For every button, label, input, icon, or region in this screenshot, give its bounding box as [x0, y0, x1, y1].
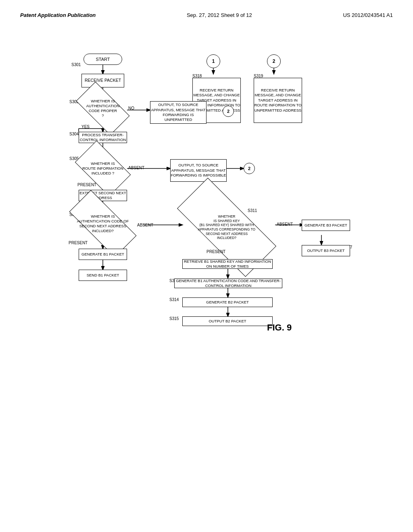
s302-no-label: NO: [128, 106, 134, 110]
s305-absent-label: ABSENT: [128, 166, 144, 170]
s311-diamond: WHETHERIS SHARED KEY(B1 SHARED KEY) SHAR…: [178, 206, 275, 249]
s314-label: S314: [169, 297, 179, 302]
s313-box: GENERATE B1 AUTHENTICATION CODE AND TRAN…: [174, 278, 282, 288]
s301-label: S301: [71, 62, 81, 67]
s315-label-text: S315: [169, 316, 179, 321]
start-node: START: [83, 54, 122, 65]
s314-box: GENERATE B2 PACKET: [182, 297, 273, 307]
s308-diamond: WHETHER ISAUTHENTICATION CODE OFSECOND N…: [71, 208, 135, 239]
s317-box: OUTPUT B3 PACKET: [302, 245, 350, 256]
header: Patent Application Publication Sep. 27, …: [20, 12, 393, 18]
s310-box: SEND B1 PACKET: [79, 270, 127, 281]
s305-diamond: WHETHER ISROUTE INFORMATIONINCLUDED ?: [79, 153, 127, 184]
s303-box: OUTPUT, TO SOURCE APPARATUS, MESSAGE THA…: [150, 101, 206, 124]
s311-absent-label: ABSENT: [277, 222, 293, 227]
header-publication: Patent Application Publication: [20, 12, 96, 18]
s316-box: GENERATE B3 PACKET: [302, 220, 350, 231]
s308-absent-label: ABSENT: [137, 223, 153, 227]
header-patent-number: US 2012/0243541 A1: [343, 12, 393, 18]
receive-packet-box: RECEIVE PACKET: [81, 74, 124, 87]
s315-box: OUTPUT B2 PACKET: [182, 316, 273, 326]
s305-present-label: PRESENT: [77, 183, 96, 187]
s308-present-label: PRESENT: [69, 241, 88, 245]
s315-label: S315: [169, 316, 179, 321]
s314-label-text: S314: [169, 297, 179, 302]
s302-diamond: WHETHER ISAUTHENTICATIONCODE PROPER?: [79, 95, 127, 122]
s311-present-label: PRESENT: [206, 249, 225, 254]
circle-2-right-s303: 2: [223, 106, 234, 117]
circle-2-right-s306: 2: [244, 163, 255, 174]
header-date-sheet: Sep. 27, 2012 Sheet 9 of 12: [187, 12, 252, 18]
s304-label: S304: [69, 132, 79, 136]
page: Patent Application Publication Sep. 27, …: [0, 0, 413, 532]
s312-box: RETRIEVE B1 SHARED KEY AND INFORMATION O…: [182, 259, 273, 269]
s304-box: PROCESS TRANSFER- CONTROL INFORMATION: [79, 132, 127, 143]
s319-box: RECEIVE RETURN MESSAGE, AND CHANGE TARGE…: [254, 78, 302, 123]
figure-label: FIG. 9: [267, 322, 292, 333]
circle-2-connector-top: 2: [267, 54, 281, 68]
circle-1-connector: 1: [206, 54, 220, 68]
s302-yes-label: YES: [81, 125, 90, 129]
s306-box: OUTPUT, TO SOURCE APPARATUS, MESSAGE THA…: [170, 159, 227, 182]
diagram-area: 1 2 S318 RECEIVE RETURN MESSAGE, AND CHA…: [25, 22, 388, 506]
s309-box: GENERATE B1 PACKET: [79, 249, 127, 260]
